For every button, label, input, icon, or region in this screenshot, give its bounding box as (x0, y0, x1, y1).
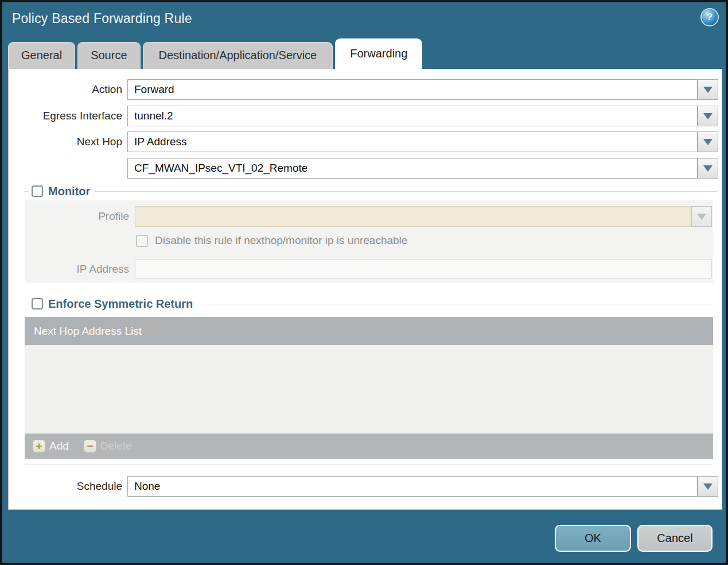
chevron-down-icon (703, 113, 713, 119)
chevron-down-icon (703, 483, 713, 490)
egress-interface-input[interactable] (127, 106, 698, 126)
schedule-label: Schedule (9, 476, 122, 497)
help-icon[interactable]: ? (702, 9, 718, 25)
action-label: Action (9, 79, 122, 100)
next-hop-type-dropdown-button[interactable] (698, 131, 718, 152)
chevron-down-icon (703, 139, 713, 145)
ip-address-input (135, 259, 712, 278)
monitor-panel: Profile Disable this rule if nexthop/mon… (25, 200, 713, 282)
profile-dropdown-button (691, 206, 712, 227)
cancel-button[interactable]: Cancel (637, 525, 713, 552)
chevron-down-icon (703, 87, 713, 93)
tab-source[interactable]: Source (77, 42, 140, 69)
schedule-dropdown-button[interactable] (698, 476, 718, 497)
add-button[interactable]: + Add (33, 440, 69, 452)
symmetric-return-legend-label: Enforce Symmetric Return (48, 297, 193, 311)
tab-destination-application-service[interactable]: Destination/Application/Service (143, 42, 333, 69)
table-header: Next Hop Address List (25, 317, 713, 345)
monitor-checkbox[interactable] (32, 185, 43, 197)
delete-icon: − (84, 440, 96, 452)
next-hop-address-input[interactable] (127, 158, 698, 179)
delete-button-label: Delete (100, 440, 132, 452)
disable-rule-checkbox (136, 235, 148, 247)
action-input[interactable] (127, 79, 698, 100)
divider (197, 304, 717, 304)
help-glyph: ? (707, 11, 713, 23)
disable-rule-label: Disable this rule if nexthop/monitor ip … (155, 234, 407, 247)
ok-button[interactable]: OK (555, 525, 631, 552)
action-dropdown-button[interactable] (698, 79, 718, 100)
enforce-symmetric-return-checkbox[interactable] (32, 298, 43, 309)
next-hop-label: Next Hop (9, 131, 122, 152)
profile-label: Profile (25, 206, 129, 227)
divider (25, 191, 28, 192)
chevron-down-icon (697, 214, 706, 220)
egress-interface-label: Egress Interface (9, 106, 122, 126)
schedule-input[interactable] (127, 476, 698, 497)
monitor-legend: Monitor (25, 184, 717, 198)
monitor-legend-label: Monitor (48, 185, 90, 198)
add-icon: + (33, 440, 45, 452)
add-button-label: Add (49, 440, 69, 452)
egress-interface-dropdown-button[interactable] (698, 106, 718, 126)
divider (25, 464, 713, 465)
ip-address-label: IP Address (25, 259, 129, 280)
table-toolbar: + Add − Delete (25, 434, 713, 459)
forwarding-tab-panel: Action Egress Interface Next Hop Monitor (8, 69, 722, 510)
pbf-rule-dialog: Policy Based Forwarding Rule ? General S… (0, 0, 728, 565)
profile-input (135, 206, 691, 227)
next-hop-address-dropdown-button[interactable] (698, 158, 718, 179)
next-hop-address-list-table: Next Hop Address List + Add − Delete (25, 317, 713, 459)
table-body (25, 345, 713, 434)
next-hop-type-input[interactable] (127, 131, 698, 152)
chevron-down-icon (703, 165, 713, 172)
symmetric-return-legend: Enforce Symmetric Return (25, 297, 717, 311)
divider (95, 191, 717, 192)
delete-button: − Delete (84, 440, 132, 452)
tab-forwarding[interactable]: Forwarding (335, 38, 422, 69)
divider (25, 304, 28, 304)
tab-general[interactable]: General (8, 42, 75, 69)
dialog-title: Policy Based Forwarding Rule (12, 11, 192, 26)
tab-bar: General Source Destination/Application/S… (8, 38, 422, 69)
